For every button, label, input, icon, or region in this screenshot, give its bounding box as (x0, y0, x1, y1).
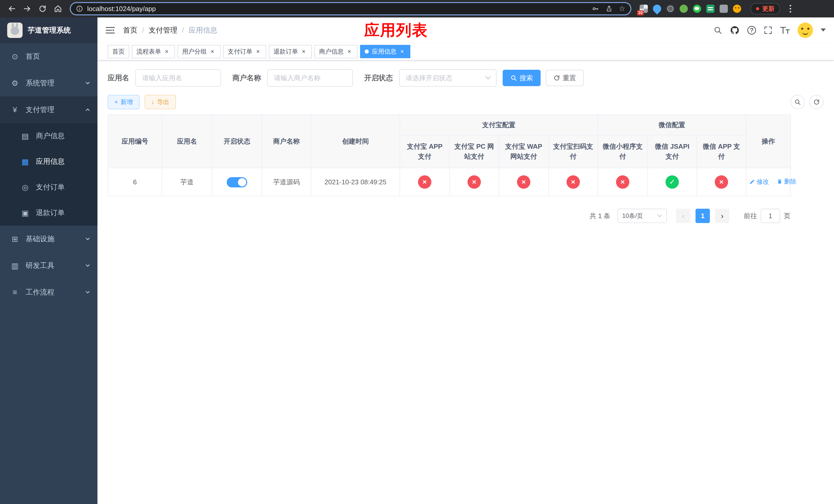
yen-icon: ¥ (10, 105, 20, 114)
tab-payment-order[interactable]: 支付订单 × (223, 45, 266, 58)
merchant-name-input[interactable] (267, 69, 353, 87)
page-size-select[interactable]: 10条/页 (618, 209, 667, 223)
breadcrumb-app-info: 应用信息 (189, 25, 218, 35)
password-key-icon[interactable] (592, 5, 599, 13)
edit-button[interactable]: 修改 (749, 177, 769, 186)
sidebar-menu: ⊙ 首页 ⚙ 系统管理 ¥ 支付管理 ▤ 商户信息 ▦ 应用信息 (0, 43, 97, 504)
sidebar: 芋道管理系统 ⊙ 首页 ⚙ 系统管理 ¥ 支付管理 ▤ 商户信息 (0, 18, 97, 504)
close-icon[interactable]: × (209, 48, 216, 55)
search-button[interactable]: 搜索 (503, 70, 541, 86)
tab-process-form[interactable]: 流程表单 × (132, 45, 175, 58)
prev-page-button[interactable]: ‹ (676, 209, 690, 223)
extension-avatar-icon[interactable] (680, 5, 688, 13)
sidebar-item-refund-order[interactable]: ▣ 退款订单 (0, 200, 97, 226)
back-icon[interactable] (5, 2, 19, 15)
status-toggle[interactable] (227, 177, 247, 187)
forward-icon[interactable] (21, 2, 34, 15)
extension-puzzle-icon[interactable] (720, 5, 728, 13)
app-name-label: 应用名 (108, 73, 129, 83)
extension-raindrop-icon[interactable] (651, 3, 663, 14)
table-toolbar: + 新增 ↓ 导出 (108, 95, 824, 109)
delete-button[interactable]: 删除 (777, 177, 796, 186)
infrastructure-icon: ⊞ (10, 234, 20, 244)
total-count: 共 1 条 (590, 211, 610, 221)
font-size-icon[interactable] (780, 26, 790, 34)
tab-refund-order[interactable]: 退款订单 × (269, 45, 312, 58)
workflow-icon: ≡ (10, 288, 20, 297)
chevron-down-icon (85, 263, 90, 268)
close-icon[interactable]: × (300, 48, 307, 55)
github-icon[interactable] (730, 25, 740, 35)
sidebar-item-app-info[interactable]: ▦ 应用信息 (0, 149, 97, 174)
sidebar-item-payment-order[interactable]: ◎ 支付订单 (0, 174, 97, 200)
navbar-actions: ? (714, 23, 826, 38)
page-1-button[interactable]: 1 (696, 209, 710, 223)
col-header-alipay-app: 支付宝 APP 支付 (400, 135, 449, 168)
extension-badge: 10 (637, 10, 644, 15)
share-icon[interactable] (606, 5, 613, 13)
user-avatar[interactable] (797, 23, 813, 38)
table-row: 6 芋道 芋道源码 2021-10-23 08:49:25 × × × × × … (108, 168, 791, 196)
caret-down-icon[interactable] (821, 28, 826, 32)
extension-wechat-icon[interactable] (693, 5, 701, 13)
chevron-down-icon (485, 76, 491, 80)
breadcrumb-home[interactable]: 首页 (123, 25, 137, 35)
search-icon[interactable] (714, 26, 722, 35)
chevron-down-icon (657, 214, 662, 217)
sidebar-item-merchant-info[interactable]: ▤ 商户信息 (0, 123, 97, 149)
extension-dark-icon[interactable] (666, 5, 675, 13)
browser-chrome: localhost:1024/pay/app ☆ 10 更新 (0, 0, 834, 18)
close-icon[interactable]: × (163, 48, 170, 55)
app-title: 芋道管理系统 (28, 25, 71, 35)
tab-app-info[interactable]: 应用信息 × (360, 45, 410, 58)
site-info-icon[interactable] (76, 5, 83, 12)
export-button[interactable]: ↓ 导出 (145, 95, 176, 109)
url-text: localhost:1024/pay/app (87, 5, 156, 13)
tab-user-group[interactable]: 用户分组 × (177, 45, 221, 58)
wechat-app-status-icon: × (715, 175, 728, 189)
toggle-search-button[interactable] (790, 95, 805, 109)
breadcrumb-payment[interactable]: 支付管理 (149, 25, 177, 35)
pagination: 共 1 条 10条/页 ‹ 1 › 前往 页 (108, 209, 790, 223)
extension-grid-icon[interactable]: 10 (640, 5, 648, 13)
chrome-update-button[interactable]: 更新 (750, 3, 780, 14)
status-select[interactable]: 请选择开启状态 (399, 69, 497, 87)
sidebar-item-system-management[interactable]: ⚙ 系统管理 (0, 70, 97, 96)
goto-page-input[interactable] (761, 209, 780, 223)
chevron-up-icon (85, 107, 90, 112)
browser-menu-icon[interactable] (785, 3, 795, 14)
sidebar-item-home[interactable]: ⊙ 首页 (0, 43, 97, 70)
close-icon[interactable]: × (346, 48, 353, 55)
tab-merchant-info[interactable]: 商户信息 × (314, 45, 357, 58)
breadcrumb: 首页 / 支付管理 / 应用信息 (123, 25, 218, 35)
extension-emoji-icon[interactable] (733, 5, 741, 13)
app-name-input[interactable] (135, 69, 221, 87)
chevron-down-icon (85, 290, 90, 295)
sidebar-item-payment-management[interactable]: ¥ 支付管理 (0, 96, 97, 123)
app-table: 应用编号 应用名 开启状态 商户名称 创建时间 支付宝配置 微信配置 操作 支付… (108, 114, 791, 197)
reload-icon[interactable] (36, 2, 49, 15)
alipay-wap-status-icon: × (517, 175, 530, 189)
fullscreen-icon[interactable] (764, 26, 772, 35)
sidebar-toggle-icon[interactable] (106, 26, 115, 35)
col-header-app-id: 应用编号 (108, 115, 162, 168)
cell-merchant: 芋道源码 (262, 168, 311, 196)
sidebar-item-dev-tools[interactable]: ▥ 研发工具 (0, 252, 97, 279)
chevron-down-icon (85, 236, 90, 242)
sidebar-item-workflow[interactable]: ≡ 工作流程 (0, 279, 97, 305)
bookmark-star-icon[interactable]: ☆ (619, 5, 625, 12)
home-icon[interactable] (51, 2, 65, 15)
extension-notes-icon[interactable] (706, 5, 715, 13)
cell-status (212, 168, 262, 196)
close-icon[interactable]: × (398, 48, 406, 55)
next-page-button[interactable]: › (715, 209, 729, 223)
address-bar[interactable]: localhost:1024/pay/app ☆ (70, 2, 631, 15)
close-icon[interactable]: × (255, 48, 262, 55)
refresh-table-button[interactable] (809, 95, 824, 109)
sidebar-item-infrastructure[interactable]: ⊞ 基础设施 (0, 226, 97, 252)
help-icon[interactable]: ? (747, 26, 756, 35)
reset-button[interactable]: 重置 (546, 70, 584, 86)
add-button[interactable]: + 新增 (108, 95, 139, 109)
col-header-merchant: 商户名称 (262, 115, 311, 168)
tab-home[interactable]: 首页 (108, 45, 129, 58)
